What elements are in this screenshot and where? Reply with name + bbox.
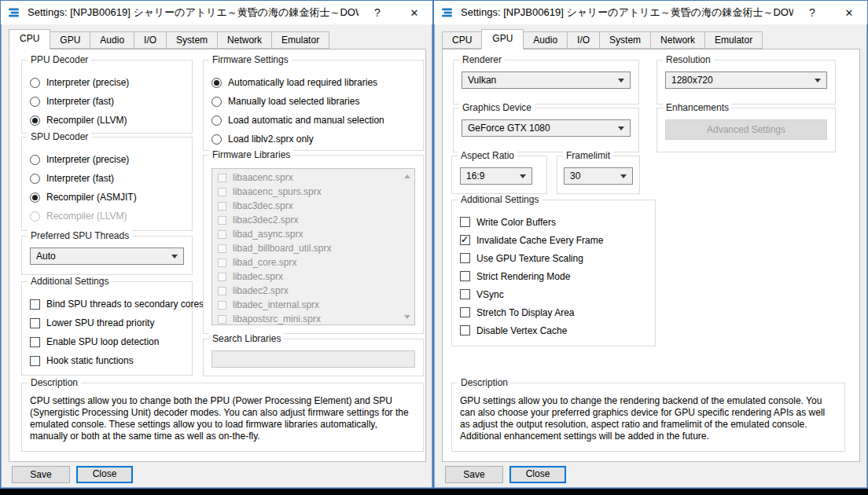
chevron-down-icon	[620, 174, 627, 182]
checkbox-icon	[460, 253, 470, 263]
checkbox-icon	[218, 244, 226, 253]
radio-label: Interpreter (fast)	[46, 96, 114, 107]
close-button[interactable]: Close	[76, 466, 133, 483]
group-title: Description	[458, 377, 511, 388]
save-button[interactable]: Save	[445, 466, 503, 483]
checkbox-icon	[30, 356, 40, 366]
list-item: libac3dec2.sprx	[212, 213, 400, 227]
checkbox-invalidate-cache[interactable]: Invalidate Cache Every Frame	[460, 231, 655, 249]
dropdown-value: Vulkan	[468, 75, 496, 86]
checkbox-gpu-texture-scaling[interactable]: Use GPU Texture Scaling	[460, 249, 655, 267]
aspect-ratio-dropdown[interactable]: 16:9	[460, 167, 532, 185]
window-close-button[interactable]: ✕	[396, 7, 432, 19]
radio-auto-and-manual[interactable]: Load automatic and manual selection	[211, 111, 423, 130]
aspect-ratio-group: Aspect Ratio 16:9	[451, 156, 547, 194]
checkbox-label: VSync	[476, 289, 504, 300]
dropdown-value: 16:9	[466, 170, 484, 182]
checkbox-icon	[30, 318, 40, 328]
checkbox-icon	[218, 301, 226, 310]
tab-bar: CPU GPU Audio I/O System Network Emulato…	[442, 24, 762, 49]
checkbox-strict-rendering[interactable]: Strict Rendering Mode	[460, 267, 655, 285]
spu-threads-dropdown[interactable]: Auto	[30, 248, 184, 265]
radio-spu-recompiler-llvm: Recompiler (LLVM)	[30, 207, 192, 226]
radio-spu-recompiler-asmjit[interactable]: Recompiler (ASMJIT)	[30, 188, 192, 207]
tab-network[interactable]: Network	[650, 31, 705, 49]
group-title: Preferred SPU Threads	[28, 230, 132, 241]
window-title: Settings: [NPJB00619] シャリーのアトリエ～黄昏の海の錬金術…	[28, 6, 359, 20]
checkbox-label: Invalidate Cache Every Frame	[476, 235, 603, 246]
group-title: Firmware Settings	[209, 54, 292, 65]
tab-audio[interactable]: Audio	[523, 31, 568, 49]
radio-label: Interpreter (fast)	[46, 173, 114, 184]
radio-manual-load-libraries[interactable]: Manually load selected libraries	[211, 92, 423, 111]
group-title: Description	[28, 377, 81, 388]
tab-gpu[interactable]: GPU	[481, 29, 524, 50]
group-title: Search Libraries	[209, 333, 284, 344]
radio-label: Load liblv2.sprx only	[228, 134, 314, 145]
dropdown-value: GeForce GTX 1080	[468, 123, 550, 134]
help-button[interactable]: ?	[793, 6, 831, 19]
checkbox-write-color-buffers[interactable]: Write Color Buffers	[460, 213, 655, 231]
checkbox-icon	[30, 299, 40, 310]
cpu-tab-pane: PPU Decoder Interpreter (precise) Interp…	[9, 49, 426, 462]
checkbox-disable-vertex-cache[interactable]: Disable Vertex Cache	[460, 321, 655, 339]
tab-emulator[interactable]: Emulator	[704, 31, 763, 49]
tab-system[interactable]: System	[599, 31, 651, 49]
tab-network[interactable]: Network	[217, 31, 272, 49]
radio-auto-load-libraries[interactable]: Automatically load required libraries	[211, 73, 423, 92]
checkbox-bind-spu-threads[interactable]: Bind SPU threads to secondary cores	[30, 295, 192, 314]
radio-ppu-recompiler-llvm[interactable]: Recompiler (LLVM)	[30, 111, 192, 130]
checkbox-icon	[218, 216, 226, 225]
radio-label: Interpreter (precise)	[46, 77, 129, 88]
group-title: Resolution	[663, 54, 714, 65]
radio-ppu-interpreter-precise[interactable]: Interpreter (precise)	[30, 73, 192, 92]
tab-io[interactable]: I/O	[567, 31, 600, 49]
checkbox-icon	[460, 325, 470, 336]
checkbox-hook-static-functions[interactable]: Hook static functions	[30, 351, 192, 370]
list-item: libaacenc_spurs.sprx	[212, 185, 400, 199]
checkbox-lower-spu-priority[interactable]: Lower SPU thread priority	[30, 314, 192, 332]
tab-emulator[interactable]: Emulator	[271, 31, 329, 49]
help-button[interactable]: ?	[359, 6, 396, 19]
description-text: CPU settings allow you to change both th…	[30, 395, 415, 442]
group-title: Firmware Libraries	[209, 149, 293, 160]
window-close-button[interactable]: ✕	[831, 7, 867, 19]
description-text: GPU settings allow you to change the ren…	[460, 395, 837, 442]
checkbox-icon	[460, 289, 470, 299]
checkbox-icon	[218, 273, 226, 281]
chevron-down-icon	[520, 174, 526, 182]
chevron-down-icon	[618, 126, 624, 134]
list-item: libad_core.sprx	[212, 255, 400, 270]
titlebar[interactable]: Settings: [NPJB00619] シャリーのアトリエ～黄昏の海の錬金術…	[434, 1, 867, 24]
renderer-dropdown[interactable]: Vulkan	[462, 72, 631, 89]
tab-cpu[interactable]: CPU	[442, 31, 482, 49]
tab-io[interactable]: I/O	[134, 31, 167, 49]
graphics-device-dropdown[interactable]: GeForce GTX 1080	[462, 119, 631, 137]
radio-ppu-interpreter-fast[interactable]: Interpreter (fast)	[30, 92, 192, 111]
search-libraries-input	[211, 350, 415, 368]
close-button[interactable]: Close	[509, 466, 566, 483]
gpu-description-group: Description GPU settings allow you to ch…	[451, 383, 845, 452]
advanced-settings-button: Advanced Settings	[665, 119, 827, 140]
group-title: SPU Decoder	[28, 131, 91, 142]
checkbox-stretch-display[interactable]: Stretch To Display Area	[460, 303, 655, 321]
save-button[interactable]: Save	[12, 466, 70, 483]
tab-cpu[interactable]: CPU	[9, 29, 50, 50]
radio-spu-interpreter-fast[interactable]: Interpreter (fast)	[30, 169, 192, 188]
radio-spu-interpreter-precise[interactable]: Interpreter (precise)	[30, 150, 192, 169]
tab-audio[interactable]: Audio	[90, 31, 134, 49]
tab-gpu[interactable]: GPU	[50, 31, 90, 49]
radio-load-liblv2-only[interactable]: Load liblv2.sprx only	[211, 130, 423, 148]
titlebar[interactable]: Settings: [NPJB00619] シャリーのアトリエ～黄昏の海の錬金術…	[1, 1, 432, 24]
group-title: Framelimit	[563, 150, 613, 161]
window-title: Settings: [NPJB00619] シャリーのアトリエ～黄昏の海の錬金術…	[461, 6, 793, 20]
group-title: Enhancements	[663, 102, 732, 113]
resolution-dropdown[interactable]: 1280x720	[665, 72, 827, 89]
rpcs3-logo-icon	[8, 6, 21, 20]
checkbox-label: Bind SPU threads to secondary cores	[46, 299, 204, 310]
checkbox-spu-loop-detection[interactable]: Enable SPU loop detection	[30, 332, 192, 351]
framelimit-dropdown[interactable]: 30	[564, 167, 633, 185]
group-title: Aspect Ratio	[458, 150, 517, 161]
tab-system[interactable]: System	[166, 31, 218, 49]
checkbox-vsync[interactable]: VSync	[460, 285, 655, 303]
